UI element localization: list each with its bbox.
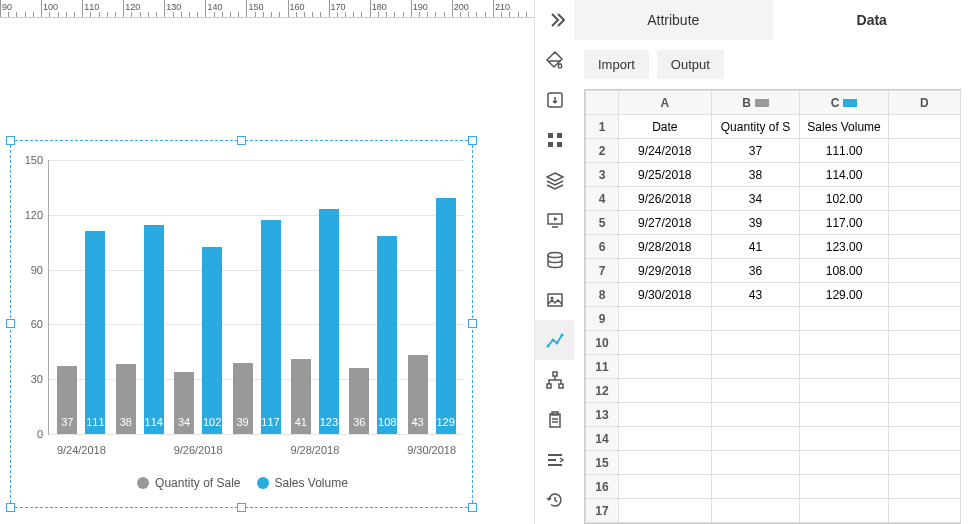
canvas-area[interactable]: 9010011012013014015016017018019020021022… [0, 0, 534, 524]
cell-D10[interactable] [888, 331, 960, 355]
slideshow-icon[interactable] [535, 200, 575, 240]
cell-B15[interactable] [711, 451, 800, 475]
row-header-10[interactable]: 10 [586, 331, 619, 355]
resize-handle-nw[interactable] [6, 136, 15, 145]
cell-B9[interactable] [711, 307, 800, 331]
cell-D6[interactable] [888, 235, 960, 259]
cell-D8[interactable] [888, 283, 960, 307]
cell-A13[interactable] [618, 403, 711, 427]
cell-A14[interactable] [618, 427, 711, 451]
bar-sales[interactable]: 117 [261, 220, 281, 435]
legend-item[interactable]: Quantity of Sale [137, 476, 240, 490]
cell-C17[interactable] [800, 499, 889, 523]
align-icon[interactable] [535, 440, 575, 480]
cell-B2[interactable]: 37 [711, 139, 800, 163]
cell-B3[interactable]: 38 [711, 163, 800, 187]
cell-A6[interactable]: 9/28/2018 [618, 235, 711, 259]
cell-A10[interactable] [618, 331, 711, 355]
resize-handle-ne[interactable] [468, 136, 477, 145]
bar-sales[interactable]: 114 [144, 225, 164, 434]
row-header-7[interactable]: 7 [586, 259, 619, 283]
cell-B8[interactable]: 43 [711, 283, 800, 307]
image-icon[interactable] [535, 280, 575, 320]
cell-A12[interactable] [618, 379, 711, 403]
row-header-16[interactable]: 16 [586, 475, 619, 499]
database-icon[interactable] [535, 240, 575, 280]
cell-A3[interactable]: 9/25/2018 [618, 163, 711, 187]
cell-D13[interactable] [888, 403, 960, 427]
export-icon[interactable] [535, 80, 575, 120]
row-header-15[interactable]: 15 [586, 451, 619, 475]
cell-B16[interactable] [711, 475, 800, 499]
cell-C11[interactable] [800, 355, 889, 379]
clipboard-icon[interactable] [535, 400, 575, 440]
cell-A5[interactable]: 9/27/2018 [618, 211, 711, 235]
resize-handle-w[interactable] [6, 319, 15, 328]
bar-quantity[interactable]: 38 [116, 364, 136, 434]
bar-sales[interactable]: 123 [319, 209, 339, 435]
tab-attribute[interactable]: Attribute [574, 0, 773, 40]
cell-C4[interactable]: 102.00 [800, 187, 889, 211]
cell-C12[interactable] [800, 379, 889, 403]
cell-D7[interactable] [888, 259, 960, 283]
history-icon[interactable] [535, 480, 575, 520]
cell-B13[interactable] [711, 403, 800, 427]
cell-B11[interactable] [711, 355, 800, 379]
cell-A2[interactable]: 9/24/2018 [618, 139, 711, 163]
row-header-6[interactable]: 6 [586, 235, 619, 259]
grid-icon[interactable] [535, 120, 575, 160]
row-header-2[interactable]: 2 [586, 139, 619, 163]
cell-A8[interactable]: 9/30/2018 [618, 283, 711, 307]
row-header-13[interactable]: 13 [586, 403, 619, 427]
cell-A15[interactable] [618, 451, 711, 475]
bar-quantity[interactable]: 37 [57, 366, 77, 434]
column-header-C[interactable]: C [800, 91, 889, 115]
bar-quantity[interactable]: 43 [408, 355, 428, 434]
tree-icon[interactable] [535, 360, 575, 400]
resize-handle-sw[interactable] [6, 503, 15, 512]
resize-handle-e[interactable] [468, 319, 477, 328]
column-header-A[interactable]: A [618, 91, 711, 115]
cell-A7[interactable]: 9/29/2018 [618, 259, 711, 283]
cell-C15[interactable] [800, 451, 889, 475]
cell-D3[interactable] [888, 163, 960, 187]
resize-handle-n[interactable] [237, 136, 246, 145]
cell-C3[interactable]: 114.00 [800, 163, 889, 187]
cell-B17[interactable] [711, 499, 800, 523]
row-header-12[interactable]: 12 [586, 379, 619, 403]
row-header-9[interactable]: 9 [586, 307, 619, 331]
cell-B10[interactable] [711, 331, 800, 355]
row-header-3[interactable]: 3 [586, 163, 619, 187]
cell-B4[interactable]: 34 [711, 187, 800, 211]
cell-D4[interactable] [888, 187, 960, 211]
cell-D15[interactable] [888, 451, 960, 475]
resize-handle-se[interactable] [468, 503, 477, 512]
cell-A16[interactable] [618, 475, 711, 499]
row-header-4[interactable]: 4 [586, 187, 619, 211]
row-header-11[interactable]: 11 [586, 355, 619, 379]
cell-A11[interactable] [618, 355, 711, 379]
sheet-corner[interactable] [586, 91, 619, 115]
cell-A4[interactable]: 9/26/2018 [618, 187, 711, 211]
output-button[interactable]: Output [657, 50, 724, 79]
fill-icon[interactable] [535, 40, 575, 80]
bar-sales[interactable]: 129 [436, 198, 456, 435]
cell-C8[interactable]: 129.00 [800, 283, 889, 307]
cell-B7[interactable]: 36 [711, 259, 800, 283]
bar-quantity[interactable]: 36 [349, 368, 369, 434]
cell-C6[interactable]: 123.00 [800, 235, 889, 259]
cell-D12[interactable] [888, 379, 960, 403]
tab-data[interactable]: Data [773, 0, 972, 40]
bar-quantity[interactable]: 39 [233, 363, 253, 435]
cell-A1[interactable]: Date [618, 115, 711, 139]
legend-item[interactable]: Sales Volume [257, 476, 348, 490]
layers-icon[interactable] [535, 160, 575, 200]
cell-C10[interactable] [800, 331, 889, 355]
cell-C2[interactable]: 111.00 [800, 139, 889, 163]
bar-chart[interactable]: 0306090120150371119/24/201838114341029/2… [20, 160, 465, 500]
cell-B5[interactable]: 39 [711, 211, 800, 235]
row-header-5[interactable]: 5 [586, 211, 619, 235]
cell-B12[interactable] [711, 379, 800, 403]
row-header-1[interactable]: 1 [586, 115, 619, 139]
import-button[interactable]: Import [584, 50, 649, 79]
